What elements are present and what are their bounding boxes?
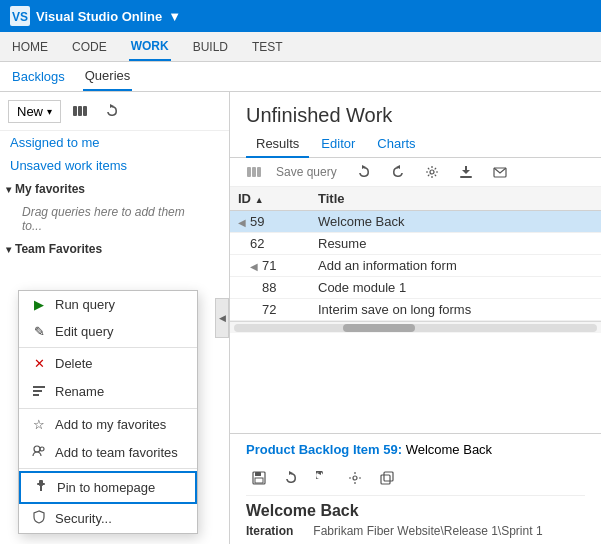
table-row[interactable]: ◀59 Welcome Back [230,211,601,233]
toolbar-refresh-icon [357,165,371,179]
toolbar-download-button[interactable] [453,162,479,182]
vs-logo-icon: VS [10,6,30,26]
ctx-rename[interactable]: Rename [19,377,197,406]
col-id[interactable]: ID ▲ [230,187,310,211]
nav-home[interactable]: HOME [10,32,50,61]
ctx-add-team-favorites[interactable]: Add to team favorites [19,438,197,466]
security-icon [31,510,47,527]
toolbar-redo-button[interactable] [385,162,411,182]
col-title[interactable]: Title [310,187,601,211]
svg-rect-29 [381,475,390,484]
svg-text:VS: VS [12,10,28,24]
results-table-wrap[interactable]: ID ▲ Title ◀59 Welcome Back 62 Resume [230,187,601,433]
refresh-icon [105,104,119,118]
save-query-label: Save query [276,165,337,179]
ctx-delete[interactable]: ✕ Delete [19,350,197,377]
svg-rect-16 [257,167,261,177]
toolbar-redo-icon [391,165,405,179]
row-title: Interim save on long forms [310,299,601,321]
toolbar-settings-button[interactable] [419,162,445,182]
detail-meta-label: Iteration [246,524,293,538]
row-title: Resume [310,233,601,255]
drag-hint: Drag queries here to add them to... [0,201,229,237]
detail-copy-icon [380,471,394,485]
svg-rect-4 [83,106,87,116]
columns-icon [72,103,88,119]
run-query-icon: ▶ [31,297,47,312]
horizontal-scrollbar[interactable] [230,321,601,333]
ctx-edit-query[interactable]: ✎ Edit query [19,318,197,345]
scroll-thumb [343,324,416,332]
table-row[interactable]: 72 Interim save on long forms [230,299,601,321]
svg-point-9 [34,446,40,452]
refresh-button[interactable] [99,98,125,124]
detail-link[interactable]: Product Backlog Item 59: [246,442,402,457]
results-table: ID ▲ Title ◀59 Welcome Back 62 Resume [230,187,601,321]
new-button[interactable]: New ▾ [8,100,61,123]
detail-meta-value: Fabrikam Fiber Website\Release 1\Sprint … [313,524,542,538]
main-content: Unfinished Work Results Editor Charts Sa… [230,92,601,544]
ctx-security[interactable]: Security... [19,504,197,533]
svg-rect-24 [255,478,263,483]
query-tabs: Results Editor Charts [230,131,601,158]
svg-rect-14 [247,167,251,177]
detail-settings-button[interactable] [342,465,368,491]
nav-code[interactable]: CODE [70,32,109,61]
team-favorites-chevron: ▾ [6,244,11,255]
sidebar-collapse-button[interactable]: ◀ [215,298,229,338]
ctx-security-label: Security... [55,511,112,526]
nav-test[interactable]: TEST [250,32,285,61]
svg-rect-7 [33,390,42,392]
delete-icon: ✕ [31,356,47,371]
table-row[interactable]: ◀71 Add an information form [230,255,601,277]
title-dropdown-icon[interactable]: ▼ [168,9,181,24]
ctx-add-my-favorites[interactable]: ☆ Add to my favorites [19,411,197,438]
app-name: Visual Studio Online [36,9,162,24]
new-dropdown-icon: ▾ [47,106,52,117]
detail-copy-button[interactable] [374,465,400,491]
column-icon-button[interactable] [67,98,93,124]
table-row[interactable]: 88 Code module 1 [230,277,601,299]
detail-save-button[interactable] [246,465,272,491]
rename-icon [31,383,47,400]
team-favorites-header[interactable]: ▾ Team Favorites [0,237,229,261]
ctx-run-query[interactable]: ▶ Run query [19,291,197,318]
sub-nav: Backlogs Queries [0,62,601,92]
toolbar-refresh-button[interactable] [351,162,377,182]
team-favorites-label: Team Favorites [15,242,102,256]
my-favorites-chevron: ▾ [6,184,11,195]
new-button-label: New [17,104,43,119]
subnav-backlogs[interactable]: Backlogs [10,62,67,91]
nav-work[interactable]: WORK [129,32,171,61]
assigned-to-me-link[interactable]: Assigned to me [0,131,229,154]
detail-refresh-button[interactable] [278,465,304,491]
ctx-pin-homepage[interactable]: Pin to homepage [19,471,197,504]
detail-link-suffix: Welcome Back [402,442,492,457]
svg-rect-12 [37,483,45,485]
row-id: 88 [230,277,310,299]
add-team-favorites-icon [31,444,47,460]
unsaved-work-link[interactable]: Unsaved work items [0,154,229,177]
query-toolbar: Save query [230,158,601,187]
subnav-queries[interactable]: Queries [83,62,133,91]
tab-charts[interactable]: Charts [367,131,425,158]
pin-homepage-icon [33,479,49,496]
svg-rect-28 [384,472,393,481]
tab-editor[interactable]: Editor [311,131,365,158]
ctx-rename-label: Rename [55,384,104,399]
detail-refresh-icon [284,471,298,485]
main-layout: New ▾ Assigned to me Unsaved work items [0,92,601,544]
nav-build[interactable]: BUILD [191,32,230,61]
query-title: Unfinished Work [230,92,601,131]
detail-link-row: Product Backlog Item 59: Welcome Back [246,442,585,457]
save-query-icon [246,164,262,180]
svg-rect-3 [78,106,82,116]
tab-results[interactable]: Results [246,131,309,158]
save-query-button[interactable]: Save query [270,162,343,182]
toolbar-email-button[interactable] [487,162,513,182]
ctx-add-team-favorites-label: Add to team favorites [55,445,178,460]
add-my-favorites-icon: ☆ [31,417,47,432]
detail-undo-button[interactable] [310,465,336,491]
table-row[interactable]: 62 Resume [230,233,601,255]
my-favorites-header[interactable]: ▾ My favorites [0,177,229,201]
